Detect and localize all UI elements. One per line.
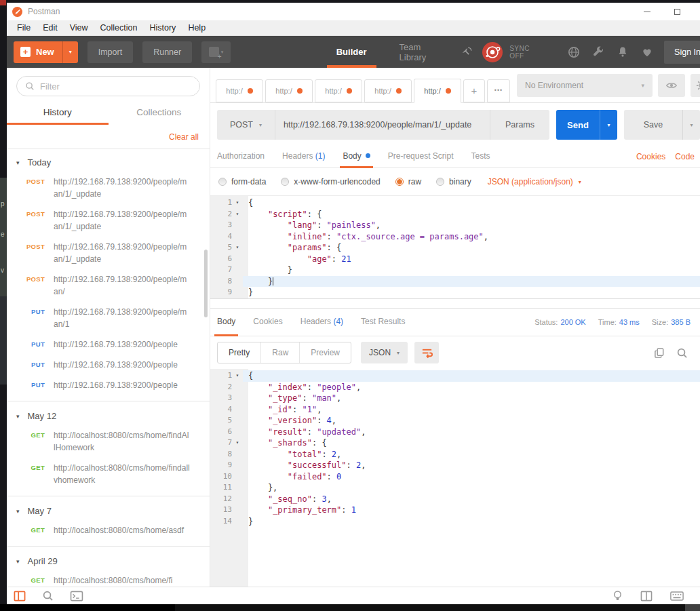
history-item[interactable]: PUThttp://192.168.79.138:9200/people <box>7 334 210 355</box>
tab-builder[interactable]: Builder <box>327 36 376 68</box>
history-item[interactable]: PUThttp://192.168.79.138:9200/people <box>7 375 210 395</box>
heart-icon[interactable] <box>641 46 653 58</box>
copy-icon[interactable] <box>654 347 665 359</box>
fold-caret-icon[interactable] <box>232 449 243 460</box>
fold-caret-icon[interactable] <box>232 471 243 483</box>
new-dropdown-chevron-icon[interactable]: ▾ <box>63 49 78 55</box>
open-request-tab[interactable]: http:/ <box>414 79 461 103</box>
response-format-selector[interactable]: JSON▾ <box>361 342 408 363</box>
history-item[interactable]: POSThttp://192.168.79.138:9200/people/ma… <box>7 172 210 204</box>
tab-pre-request-script[interactable]: Pre-request Script <box>388 145 454 168</box>
history-item[interactable]: PUThttp://192.168.79.138:9200/people/man… <box>7 302 210 334</box>
tab-response-body[interactable]: Body <box>217 308 235 336</box>
tab-test-results[interactable]: Test Results <box>361 308 405 336</box>
view-raw[interactable]: Raw <box>260 342 299 363</box>
tab-headers[interactable]: Headers (1) <box>282 145 325 168</box>
params-button[interactable]: Params <box>490 110 549 140</box>
toggle-sidebar-icon[interactable] <box>14 591 26 602</box>
cookies-link[interactable]: Cookies <box>636 152 665 161</box>
content-type-selector[interactable]: JSON (application/json)▾ <box>488 177 581 186</box>
radio-raw[interactable]: raw <box>395 177 421 186</box>
menu-view[interactable]: View <box>64 20 94 36</box>
radio-binary[interactable]: binary <box>436 177 471 186</box>
runner-button[interactable]: Runner <box>142 41 192 63</box>
tab-body[interactable]: Body <box>343 145 370 168</box>
fold-caret-icon[interactable] <box>232 494 243 505</box>
sidebar-scrollbar[interactable] <box>204 250 208 317</box>
new-tab-button[interactable]: + <box>463 79 485 102</box>
tab-authorization[interactable]: Authorization <box>217 145 265 168</box>
tab-team-library[interactable]: Team Library <box>400 42 449 62</box>
bulb-icon[interactable] <box>612 590 623 602</box>
send-dropdown-chevron-icon[interactable]: ▾ <box>600 110 617 140</box>
new-button[interactable]: +New ▾ <box>14 41 78 63</box>
environment-selector[interactable]: No Environment ▾ <box>517 74 653 97</box>
history-item[interactable]: PUThttp://192.168.79.138:9200/people <box>7 355 210 375</box>
save-button[interactable]: Save ▾ <box>624 110 700 140</box>
url-input[interactable] <box>275 110 490 140</box>
minimize-button[interactable] <box>631 3 662 20</box>
open-request-tab[interactable]: http:/ <box>265 79 313 102</box>
history-group-header[interactable]: ▾Today <box>7 151 210 172</box>
sign-in-button[interactable]: Sign In <box>664 41 700 64</box>
history-item[interactable]: GEThttp://localhost:8080/cms/home/fi <box>7 570 210 587</box>
settings-button[interactable] <box>691 74 700 97</box>
search-response-icon[interactable] <box>676 347 688 359</box>
fold-caret-icon[interactable] <box>232 505 243 516</box>
request-body-editor[interactable]: 1▾{2▾ "script": {3 "lang": "painless",4 … <box>210 195 700 299</box>
fold-caret-icon[interactable] <box>232 264 243 276</box>
response-body-editor[interactable]: 1▾{2 "_index": "people",3 "_type": "man"… <box>210 369 700 587</box>
code-link[interactable]: Code <box>675 152 695 161</box>
close-button[interactable]: × <box>693 3 700 20</box>
fold-caret-icon[interactable]: ▾ <box>232 209 243 220</box>
two-pane-icon[interactable] <box>640 591 653 602</box>
fold-caret-icon[interactable]: ▾ <box>232 437 243 449</box>
radio-form-data[interactable]: form-data <box>218 177 266 186</box>
open-request-tab[interactable]: http:/ <box>364 79 412 102</box>
fold-caret-icon[interactable] <box>232 415 243 427</box>
fold-caret-icon[interactable] <box>232 382 243 393</box>
menu-help[interactable]: Help <box>182 20 212 36</box>
tab-collections[interactable]: Collections <box>109 102 210 125</box>
new-collection-button[interactable]: ▾ <box>201 41 231 63</box>
wrench-icon[interactable] <box>592 46 604 58</box>
fold-caret-icon[interactable]: ▾ <box>232 242 243 254</box>
maximize-button[interactable] <box>662 3 693 20</box>
radio-x-www-form-urlencoded[interactable]: x-www-form-urlencoded <box>281 177 380 186</box>
fold-caret-icon[interactable] <box>232 220 243 231</box>
fold-caret-icon[interactable] <box>232 393 243 404</box>
tab-response-headers[interactable]: Headers (4) <box>300 308 343 336</box>
method-selector[interactable]: POST▾ <box>217 110 275 140</box>
fold-caret-icon[interactable]: ▾ <box>232 197 243 209</box>
tab-tests[interactable]: Tests <box>471 145 490 168</box>
filter-input[interactable] <box>40 81 176 92</box>
history-item[interactable]: POSThttp://192.168.79.138:9200/people/ma… <box>7 269 210 302</box>
sync-icon[interactable] <box>482 42 503 62</box>
more-tabs-button[interactable]: ••• <box>487 79 510 102</box>
wrap-lines-button[interactable] <box>414 342 439 363</box>
history-item[interactable]: GEThttp://localhost:8080/cms/home/asdf <box>7 520 210 540</box>
clear-all-link[interactable]: Clear all <box>169 132 199 142</box>
tab-history[interactable]: History <box>7 102 109 125</box>
fold-caret-icon[interactable] <box>232 404 243 416</box>
menu-edit[interactable]: Edit <box>37 20 64 36</box>
fold-caret-icon[interactable] <box>232 482 243 494</box>
fold-caret-icon[interactable] <box>232 427 243 438</box>
history-group-header[interactable]: ▾April 29 <box>7 549 210 570</box>
fold-caret-icon[interactable] <box>232 254 243 265</box>
view-preview[interactable]: Preview <box>299 342 351 363</box>
fold-caret-icon[interactable] <box>232 287 243 298</box>
environment-preview-button[interactable] <box>658 74 685 97</box>
open-request-tab[interactable]: http:/ <box>315 79 362 102</box>
history-item[interactable]: GEThttp://localhost:8080/cms/home/findal… <box>7 458 210 490</box>
menu-collection[interactable]: Collection <box>94 20 144 36</box>
keyboard-icon[interactable] <box>670 591 684 601</box>
tab-response-cookies[interactable]: Cookies <box>253 308 282 336</box>
menu-history[interactable]: History <box>143 20 182 36</box>
view-pretty[interactable]: Pretty <box>218 342 260 363</box>
satellite-icon[interactable] <box>461 46 473 58</box>
history-item[interactable]: POSThttp://192.168.79.138:9200/people/ma… <box>7 204 210 237</box>
fold-caret-icon[interactable]: ▾ <box>232 370 243 382</box>
fold-caret-icon[interactable] <box>232 231 243 243</box>
send-button[interactable]: Send ▾ <box>556 110 617 140</box>
